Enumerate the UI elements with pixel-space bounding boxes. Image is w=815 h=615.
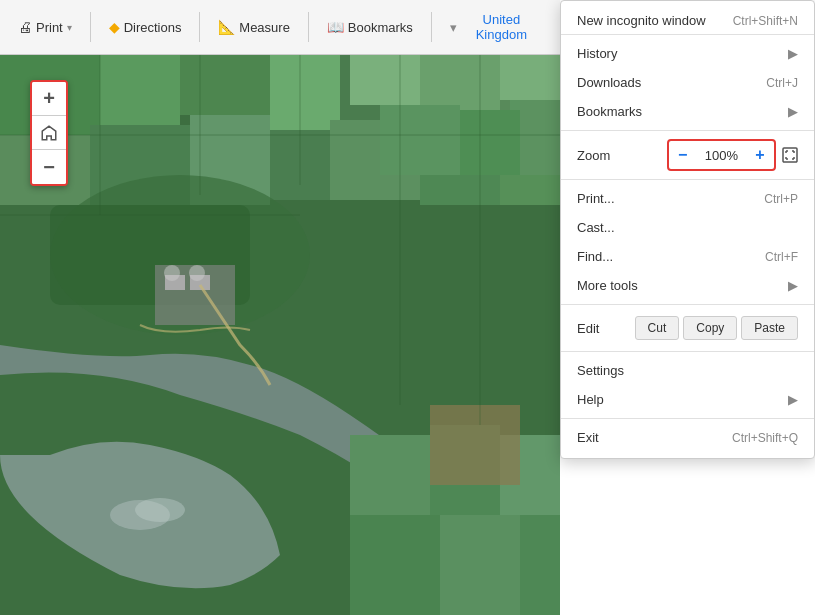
svg-rect-32	[440, 515, 520, 615]
directions-label: Directions	[124, 20, 182, 35]
edit-label: Edit	[577, 321, 631, 336]
svg-rect-2	[100, 55, 180, 125]
svg-rect-4	[270, 55, 340, 130]
svg-rect-34	[430, 405, 520, 485]
menu-new-incognito[interactable]: New incognito window Ctrl+Shift+N	[561, 7, 814, 35]
menu-cast[interactable]: Cast...	[561, 213, 814, 242]
downloads-shortcut: Ctrl+J	[766, 76, 798, 90]
divider-4	[561, 351, 814, 352]
print-icon: 🖨	[18, 19, 32, 35]
svg-rect-28	[350, 435, 430, 515]
map-container[interactable]	[0, 55, 560, 615]
chrome-menu: New incognito window Ctrl+Shift+N Histor…	[560, 0, 815, 459]
svg-point-21	[189, 265, 205, 281]
directions-button[interactable]: ◆ Directions	[99, 13, 192, 41]
map-toolbar: 🖨 Print ▾ ◆ Directions 📐 Measure 📖 Bookm…	[0, 0, 560, 55]
svg-rect-23	[420, 55, 500, 110]
zoom-in-button[interactable]: +	[32, 82, 66, 116]
svg-rect-3	[180, 55, 270, 115]
svg-point-20	[164, 265, 180, 281]
directions-icon: ◆	[109, 19, 120, 35]
copy-button[interactable]: Copy	[683, 316, 737, 340]
find-shortcut: Ctrl+F	[765, 250, 798, 264]
divider-5	[561, 418, 814, 419]
new-incognito-shortcut: Ctrl+Shift+N	[733, 14, 798, 28]
svg-rect-26	[460, 110, 520, 175]
zoom-fullscreen-button[interactable]	[782, 147, 798, 163]
region-label: United Kingdom	[461, 12, 542, 42]
zoom-controls-box: − 100% +	[667, 139, 776, 171]
menu-find[interactable]: Find... Ctrl+F	[561, 242, 814, 271]
menu-downloads[interactable]: Downloads Ctrl+J	[561, 68, 814, 97]
history-arrow-icon: ▶	[788, 46, 798, 61]
region-button[interactable]: ▾ United Kingdom	[440, 6, 552, 48]
bookmarks-label: Bookmarks	[348, 20, 413, 35]
svg-rect-27	[520, 100, 560, 175]
svg-rect-44	[783, 148, 797, 162]
menu-bookmarks[interactable]: Bookmarks ▶	[561, 97, 814, 126]
menu-more-tools[interactable]: More tools ▶	[561, 271, 814, 300]
svg-rect-25	[380, 105, 460, 175]
zoom-decrease-button[interactable]: −	[669, 141, 697, 169]
svg-rect-24	[500, 55, 560, 100]
new-incognito-label: New incognito window	[577, 13, 733, 28]
measure-label: Measure	[239, 20, 290, 35]
downloads-label: Downloads	[577, 75, 750, 90]
divider-1	[561, 130, 814, 131]
region-dropdown-icon: ▾	[450, 20, 457, 35]
svg-point-43	[135, 498, 185, 522]
zoom-out-button[interactable]: −	[32, 150, 66, 184]
more-tools-arrow-icon: ▶	[788, 278, 798, 293]
print-label: Print	[36, 20, 63, 35]
menu-exit[interactable]: Exit Ctrl+Shift+Q	[561, 423, 814, 452]
svg-rect-31	[350, 515, 440, 615]
bookmarks-button[interactable]: 📖 Bookmarks	[317, 13, 423, 41]
bookmarks-icon: 📖	[327, 19, 344, 35]
edit-row: Edit Cut Copy Paste	[561, 309, 814, 347]
settings-label: Settings	[577, 363, 798, 378]
home-button[interactable]	[32, 116, 66, 150]
history-label: History	[577, 46, 780, 61]
zoom-increase-button[interactable]: +	[746, 141, 774, 169]
menu-help[interactable]: Help ▶	[561, 385, 814, 414]
map-background	[0, 55, 560, 615]
paste-button[interactable]: Paste	[741, 316, 798, 340]
svg-rect-22	[350, 55, 420, 105]
separator-3	[308, 12, 309, 42]
print-dropdown-arrow: ▾	[67, 22, 72, 33]
measure-icon: 📐	[218, 19, 235, 35]
cut-button[interactable]: Cut	[635, 316, 680, 340]
help-arrow-icon: ▶	[788, 392, 798, 407]
help-label: Help	[577, 392, 780, 407]
separator-4	[431, 12, 432, 42]
zoom-row-label: Zoom	[577, 148, 667, 163]
exit-label: Exit	[577, 430, 716, 445]
cast-label: Cast...	[577, 220, 798, 235]
zoom-value-display: 100%	[697, 148, 746, 163]
print-shortcut: Ctrl+P	[764, 192, 798, 206]
print-button[interactable]: 🖨 Print ▾	[8, 13, 82, 41]
separator-2	[199, 12, 200, 42]
menu-history[interactable]: History ▶	[561, 39, 814, 68]
zoom-row: Zoom − 100% +	[561, 135, 814, 175]
map-zoom-controls: + −	[30, 80, 68, 186]
measure-button[interactable]: 📐 Measure	[208, 13, 300, 41]
divider-3	[561, 304, 814, 305]
bookmarks-arrow-icon: ▶	[788, 104, 798, 119]
more-tools-label: More tools	[577, 278, 780, 293]
divider-2	[561, 179, 814, 180]
separator-1	[90, 12, 91, 42]
menu-settings[interactable]: Settings	[561, 356, 814, 385]
bookmarks-menu-label: Bookmarks	[577, 104, 780, 119]
print-menu-label: Print...	[577, 191, 748, 206]
menu-print[interactable]: Print... Ctrl+P	[561, 184, 814, 213]
svg-rect-33	[520, 515, 560, 615]
home-icon	[40, 124, 58, 142]
exit-shortcut: Ctrl+Shift+Q	[732, 431, 798, 445]
find-label: Find...	[577, 249, 749, 264]
